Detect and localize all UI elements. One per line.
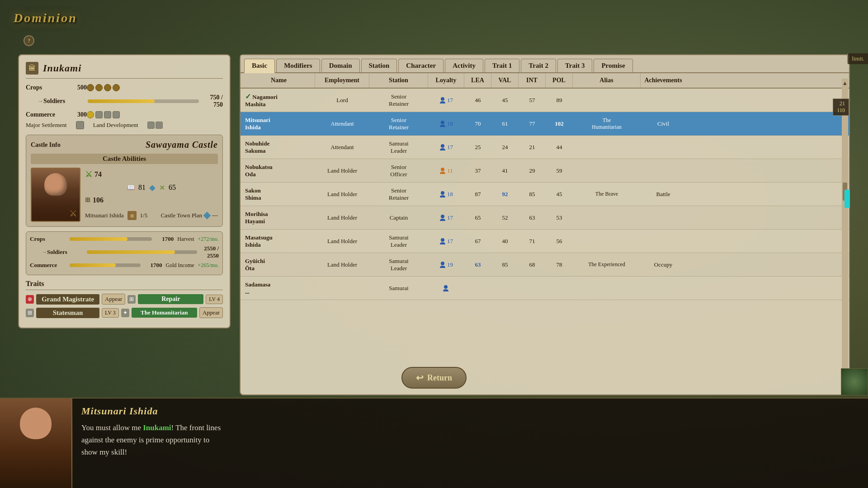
td-achievements <box>641 169 686 173</box>
svg-point-1 <box>441 121 444 124</box>
domain-harvest-label: Harvest <box>177 236 194 243</box>
trait-1-appear[interactable]: Appear <box>102 294 125 305</box>
td-station: SamuraiLeader <box>369 232 428 250</box>
tab-modifiers[interactable]: Modifiers <box>276 59 320 72</box>
table-row[interactable]: NobukatsuOda Land Holder SeniorOfficer 1… <box>241 159 849 183</box>
commander-row: Mitsunari Ishida ⊞ 1/5 Castle Town Plan … <box>85 211 218 220</box>
table-row[interactable]: MorihisaHayami Land Holder Captain 17 65… <box>241 206 849 230</box>
trait-2-appear[interactable]: Appear <box>199 307 223 318</box>
svg-point-4 <box>441 191 444 195</box>
td-int: 68 <box>519 259 546 270</box>
mini-map <box>841 368 868 395</box>
traits-section: Traits ⊗ Grand Magistrate Appear ⊞ Repai… <box>26 280 223 318</box>
tab-promise[interactable]: Promise <box>594 59 632 72</box>
td-alias: The Brave <box>573 189 641 199</box>
tab-activity[interactable]: Activity <box>445 59 483 72</box>
dialogue-speaker: Mitsunari Ishida <box>81 405 859 417</box>
table-body[interactable]: ✓ NagamoriMashita Lord SeniorRetainer 17… <box>241 89 849 394</box>
dialogue-text: You must allow me Inukami! The front lin… <box>81 422 859 459</box>
td-lea: 37 <box>464 165 491 176</box>
domain-commerce-label: Commerce <box>30 262 66 269</box>
table-row[interactable]: SakonShima Land Holder SeniorRetainer 18… <box>241 183 849 206</box>
svg-point-5 <box>441 215 444 218</box>
td-lea: 63 <box>464 259 491 270</box>
person-icon <box>439 120 446 127</box>
domain-gold-label: Gold Income <box>166 262 194 269</box>
dialogue-portrait-face <box>0 399 71 488</box>
domain-soldiers-bar <box>87 250 197 254</box>
tab-domain[interactable]: Domain <box>321 59 360 72</box>
td-employment: Lord <box>315 95 369 106</box>
castle-info-label: Castle Info <box>31 141 61 149</box>
castle-section: Castle Info Sawayama Castle Castle Abili… <box>26 135 223 227</box>
td-val: 41 <box>491 165 519 176</box>
td-name: MorihisaHayami <box>243 209 315 227</box>
land-dev-icons <box>147 122 163 129</box>
crops-icons <box>87 84 120 91</box>
domain-crops-label: Crops <box>30 235 66 243</box>
tab-station[interactable]: Station <box>361 59 397 72</box>
stone-icon-3 <box>113 111 120 118</box>
domain-crops-bar <box>70 237 152 241</box>
td-pol: 45 <box>546 189 573 200</box>
td-name: NobuhideSakuma <box>243 138 315 156</box>
box-icon: ⊞ <box>85 196 90 204</box>
table-row[interactable]: NobuhideSakuma Attendant SamuraiLeader 1… <box>241 136 849 159</box>
castle-stats: ⚔ 74 📖 81 ◆ ✕ 65 ⊞ 106 Mitsunari Ishida … <box>85 168 218 222</box>
tab-trait2[interactable]: Trait 2 <box>521 59 556 72</box>
table-row[interactable]: ✓ NagamoriMashita Lord SeniorRetainer 17… <box>241 89 849 112</box>
svg-point-8 <box>444 285 448 289</box>
tab-basic[interactable]: Basic <box>244 59 275 73</box>
land-dev-icon-1 <box>147 122 155 129</box>
tab-character[interactable]: Character <box>398 59 443 72</box>
crop-icon-4 <box>113 84 120 91</box>
help-icon[interactable]: ? <box>24 35 34 46</box>
td-achievements <box>641 286 686 290</box>
person-icon <box>439 97 446 104</box>
castle-name: Sawayama Castle <box>146 140 218 150</box>
td-alias: The Experienced <box>573 259 641 270</box>
stone-icon-1 <box>95 111 103 118</box>
td-lea: 87 <box>464 189 491 200</box>
td-loyalty <box>428 283 464 294</box>
trait-1-ability-name[interactable]: Repair <box>138 294 203 304</box>
table-row[interactable]: GyūichiŌta Land Holder SamuraiLeader 19 … <box>241 253 849 277</box>
dialogue-area: Mitsunari Ishida You must allow me Inuka… <box>0 398 868 488</box>
lord-name: Inukami <box>43 62 81 74</box>
table-row[interactable]: Sadamasa... Samurai <box>241 277 849 300</box>
trait-2-sub-name[interactable]: The Humanitarian <box>132 308 197 318</box>
td-int: 21 <box>519 142 546 153</box>
td-lea: 67 <box>464 236 491 247</box>
dialogue-portrait <box>0 399 72 488</box>
td-pol: 89 <box>546 95 573 106</box>
td-int: 57 <box>519 95 546 106</box>
table-row[interactable]: MitsunariIshida Attendant SeniorRetainer… <box>241 112 849 136</box>
crops-label: Crops <box>26 84 66 91</box>
svg-point-0 <box>441 97 444 101</box>
trait-row-1: ⊗ Grand Magistrate Appear ⊞ Repair LV 4 <box>26 294 223 305</box>
td-employment: Attendant <box>315 118 369 129</box>
td-val <box>491 286 519 290</box>
right-panel: Basic Modifiers Domain Station Character… <box>240 54 850 395</box>
td-employment: Land Holder <box>315 236 369 247</box>
td-achievements <box>641 216 686 220</box>
td-name: NobukatsuOda <box>243 162 315 180</box>
commerce-label: Commerce <box>26 111 66 118</box>
commerce-icons <box>87 111 120 118</box>
trait-1-badge-icon: ⊗ <box>28 296 32 303</box>
commander-slots: 1/5 <box>140 212 148 219</box>
soldiers-row: → Soldiers 750 / 750 <box>26 94 223 108</box>
scroll-up-arrow[interactable]: ▲ <box>841 79 849 88</box>
return-button[interactable]: Return <box>401 367 467 389</box>
trait-2-badge: ⊞ <box>26 309 34 317</box>
td-val: 40 <box>491 236 519 247</box>
land-development-label: Land Development <box>93 122 138 129</box>
tab-trait1[interactable]: Trait 1 <box>485 59 519 72</box>
tab-trait3[interactable]: Trait 3 <box>557 59 592 72</box>
crop-icon-2 <box>95 84 103 91</box>
td-lea <box>464 286 491 290</box>
td-station: SamuraiLeader <box>369 256 428 274</box>
commander-name: Mitsunari Ishida <box>85 212 124 219</box>
soldiers-label: Soldiers <box>43 98 84 105</box>
table-row[interactable]: MasatsuguIshida Land Holder SamuraiLeade… <box>241 230 849 253</box>
